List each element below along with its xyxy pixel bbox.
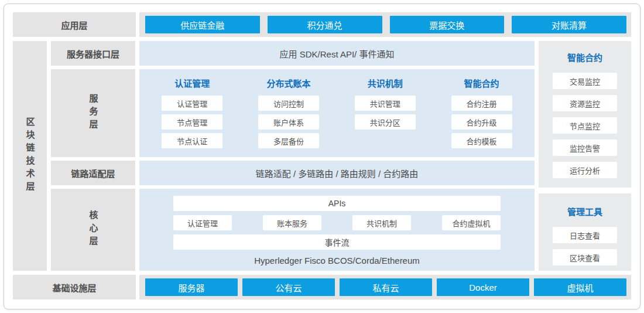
- service-column: 认证管理 认证管理 节点管理 节点认证: [144, 77, 241, 152]
- platforms-text: Hyperledger Fisco BCOS/Corda/Ethereum: [173, 256, 501, 266]
- monitor-item: 监控告警: [553, 140, 617, 156]
- monitor-item: 运行分析: [553, 162, 617, 178]
- app-button: 积分通兑: [268, 16, 382, 33]
- service-column: 分布式账本 访问控制 账户体系 多层备份: [241, 77, 337, 152]
- service-item: 节点认证: [162, 133, 222, 148]
- monitor-item: 节点监控: [553, 117, 617, 134]
- blockchain-tech-region: 区块链技术层 服务器接口层 服务层 链路适配层 核心层 应用 SDK/Rest …: [13, 41, 631, 271]
- service-layer-label-text: 服务层: [87, 94, 100, 132]
- service-item: 节点管理: [162, 114, 222, 130]
- service-column-header: 认证管理: [174, 77, 210, 89]
- infrastructure-layer-row: 基础设施层 服务器 公有云 私有云 Docker 虚拟机: [13, 275, 631, 300]
- tool-item: 日志查看: [553, 227, 617, 243]
- service-column-header: 智能合约: [464, 77, 499, 89]
- service-column-header: 共识机制: [368, 77, 403, 89]
- app-button: 票据交换: [390, 16, 505, 33]
- application-layer-label: 应用层: [13, 12, 136, 37]
- link-layer-content: 链路适配 / 多链路由 / 路由规则 / 合约路由: [139, 161, 535, 185]
- core-layer-label-text: 核心层: [87, 210, 100, 249]
- service-item: 认证管理: [162, 96, 222, 111]
- apis-bar: APIs: [173, 196, 501, 211]
- right-panel-column: 智能合约 交易监控 资源监控 节点监控 监控告警 运行分析 管理工具 日志查看 …: [539, 41, 631, 271]
- core-module: 共识机制: [352, 215, 411, 230]
- event-stream-bar: 事件流: [173, 234, 501, 250]
- app-button: 供应链金融: [145, 16, 260, 33]
- service-item: 共识分区: [355, 114, 416, 130]
- monitor-item: 资源监控: [553, 95, 617, 111]
- service-item: 合约注册: [451, 96, 512, 111]
- app-button: 对账清算: [512, 16, 626, 33]
- service-layer-label: 服务层: [51, 69, 135, 157]
- smart-contract-panel-title: 智能合约: [567, 51, 602, 63]
- service-column: 共识机制 共识管理 共识分区: [337, 77, 434, 152]
- layer-content-column: 应用 SDK/Rest API/ 事件通知 认证管理 认证管理 节点管理 节点认…: [139, 41, 535, 271]
- infra-button: Docker: [437, 278, 529, 296]
- service-item: 共识管理: [355, 96, 416, 111]
- core-module: 认证管理: [173, 215, 232, 230]
- infrastructure-layer-label: 基础设施层: [13, 275, 136, 300]
- service-item: 多层备份: [258, 133, 319, 148]
- sublayer-label-column: 服务器接口层 服务层 链路适配层 核心层: [51, 41, 135, 271]
- service-item: 合约升级: [451, 114, 512, 130]
- infra-button: 私有云: [340, 278, 432, 296]
- infra-button: 虚拟机: [534, 278, 626, 296]
- core-modules-row: 认证管理 账本服务 共识机制 合约虚拟机: [173, 215, 501, 230]
- service-column-header: 分布式账本: [267, 77, 311, 89]
- monitor-item: 交易监控: [553, 73, 617, 89]
- interface-layer-content: 应用 SDK/Rest API/ 事件通知: [139, 41, 535, 66]
- infrastructure-layer-strip: 服务器 公有云 私有云 Docker 虚拟机: [139, 275, 631, 300]
- service-item: 账户体系: [258, 114, 319, 130]
- tech-layer-bar: 区块链技术层: [13, 41, 47, 271]
- smart-contract-panel: 智能合约 交易监控 资源监控 节点监控 监控告警 运行分析: [539, 41, 631, 188]
- infra-button: 公有云: [242, 278, 335, 296]
- core-layer-panel: APIs 认证管理 账本服务 共识机制 合约虚拟机 事件流 Hyperledge…: [139, 189, 535, 271]
- link-layer-label: 链路适配层: [51, 161, 135, 185]
- service-layer-panel: 认证管理 认证管理 节点管理 节点认证 分布式账本 访问控制 账户体系 多层备份…: [139, 69, 535, 157]
- management-tools-panel: 管理工具 日志查看 区块查看: [539, 193, 631, 271]
- tool-item: 区块查看: [553, 249, 617, 266]
- application-layer-strip: 供应链金融 积分通兑 票据交换 对账清算: [139, 12, 631, 37]
- application-layer-row: 应用层 供应链金融 积分通兑 票据交换 对账清算: [13, 12, 631, 37]
- core-module: 合约虚拟机: [442, 215, 501, 230]
- core-layer-label: 核心层: [51, 189, 135, 271]
- core-module: 账本服务: [263, 215, 321, 230]
- service-column: 智能合约 合约注册 合约升级 合约模板: [433, 77, 530, 152]
- interface-layer-label: 服务器接口层: [51, 41, 135, 66]
- management-tools-panel-title: 管理工具: [567, 205, 602, 217]
- service-item: 合约模板: [451, 133, 512, 148]
- infra-button: 服务器: [145, 278, 238, 296]
- architecture-diagram: 应用层 供应链金融 积分通兑 票据交换 对账清算 区块链技术层 服务器接口层 服…: [4, 4, 640, 309]
- tech-layer-label: 区块链技术层: [24, 117, 36, 195]
- service-item: 访问控制: [258, 96, 319, 111]
